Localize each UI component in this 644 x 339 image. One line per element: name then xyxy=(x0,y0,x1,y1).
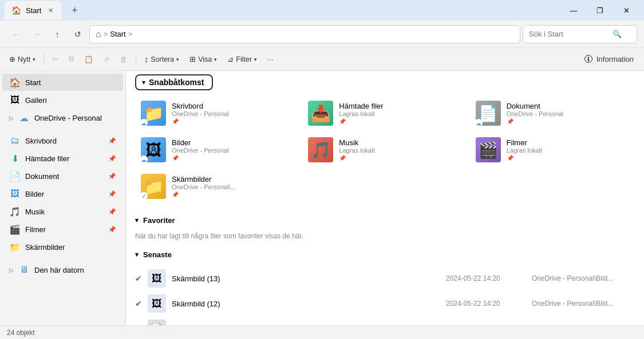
new-tab-button[interactable]: + xyxy=(66,2,82,18)
sidebar-label-galleri: Galleri xyxy=(25,96,47,105)
filter-icon: ⊿ xyxy=(227,55,234,63)
quick-item-dokument[interactable]: 📄 ☁ Dokument OneDrive - Personal 📌 xyxy=(470,96,635,130)
snabbatkomst-chevron-icon: ▾ xyxy=(142,78,145,86)
minimize-button[interactable]: — xyxy=(560,0,587,21)
close-button[interactable]: ✕ xyxy=(613,0,639,21)
sidebar-item-onedrive[interactable]: ▷ ☁ OneDrive - Personal xyxy=(2,109,123,126)
quick-access-grid: 📁 ☁ Skrivbord OneDrive - Personal 📌 📥 Hä… xyxy=(126,94,644,210)
skarmbilder-sub: OneDrive - Personal\... xyxy=(172,184,236,190)
recent-check-0: ✔ xyxy=(135,274,142,283)
hamtade-pin-icon: 📌 xyxy=(108,155,116,162)
musik-info: Musik Lagras lokalt 📌 xyxy=(339,138,374,161)
path-sep-2: > xyxy=(128,30,133,38)
search-box[interactable]: 🔍 xyxy=(523,25,637,43)
more-button[interactable]: ··· xyxy=(263,51,278,68)
skarmbilder-icon-wrap: 📁 ✓ xyxy=(141,174,166,199)
musik-icon-wrap: 🎵 xyxy=(308,137,333,162)
information-button[interactable]: 🛈 Information xyxy=(578,52,639,67)
address-bar: ← → ↑ ↺ ⌂ > Start > 🔍 xyxy=(0,21,644,48)
view-button[interactable]: ⊞ Visa ▾ xyxy=(185,51,222,68)
cut-button[interactable]: ✂ xyxy=(48,51,63,68)
skarmbilder-sync-icon: ✓ xyxy=(140,192,148,200)
hamtade-folder-icon: 📥 xyxy=(308,101,333,126)
up-button[interactable]: ↑ xyxy=(48,25,66,43)
musik-pin-icon: 📌 xyxy=(108,208,116,216)
sidebar-item-den-har-datorn[interactable]: ▷ 🖥 Den här datorn xyxy=(2,261,123,278)
musik-sub: Lagras lokalt xyxy=(339,147,374,154)
galleri-icon: 🖼 xyxy=(9,94,21,106)
forward-button[interactable]: → xyxy=(27,25,46,43)
skrivbord-info: Skrivbord OneDrive - Personal 📌 xyxy=(172,102,229,125)
bilder-icon-wrap: 🖼 ☁ xyxy=(141,137,166,162)
more-icon: ··· xyxy=(267,55,273,63)
sidebar-label-hamtade: Hämtade filer xyxy=(25,154,69,163)
dokument-name: Dokument xyxy=(507,102,564,110)
window-controls: — ❐ ✕ xyxy=(560,0,639,21)
sidebar-item-hamtade[interactable]: ⬇ Hämtade filer 📌 xyxy=(2,150,123,167)
sidebar-item-start[interactable]: 🏠 Start xyxy=(2,74,123,91)
recent-thumb-1: 🖼 xyxy=(148,294,166,313)
dokument-info: Dokument OneDrive - Personal 📌 xyxy=(507,102,564,125)
back-button[interactable]: ← xyxy=(7,25,25,43)
quick-item-bilder[interactable]: 🖼 ☁ Bilder OneDrive - Personal 📌 xyxy=(135,133,300,167)
sidebar-item-bilder[interactable]: 🖼 Bilder 📌 xyxy=(2,185,123,202)
recent-name-0: Skärmbild (13) xyxy=(172,274,440,283)
filmer-folder-icon: 🎬 xyxy=(476,137,501,162)
sidebar-item-galleri[interactable]: 🖼 Galleri xyxy=(2,91,123,109)
sidebar-item-dokument[interactable]: 📄 Dokument 📌 xyxy=(2,167,123,185)
recent-item-1[interactable]: ✔ 🖼 Skärmbild (12) 2024-05-22 14:20 OneD… xyxy=(126,291,644,316)
sort-button[interactable]: ↕ Sortera ▾ xyxy=(140,51,184,68)
quick-item-hamtade[interactable]: 📥 Hämtade filer Lagras lokalt 📌 xyxy=(302,96,467,130)
address-path[interactable]: ⌂ > Start > xyxy=(89,25,520,43)
main-layout: 🏠 Start 🖼 Galleri ▷ ☁ OneDrive - Persona… xyxy=(0,71,644,325)
sidebar-label-skarmbilder: Skärmbilder xyxy=(25,243,65,252)
musik-sidebar-icon: 🎵 xyxy=(9,206,21,217)
sidebar-item-filmer[interactable]: 🎬 Filmer 📌 xyxy=(2,221,123,238)
copy-button[interactable]: ⧉ xyxy=(64,51,78,68)
delete-button[interactable]: 🗑 xyxy=(116,51,132,68)
content-area: ▾ Snabbåtkomst 📁 ☁ Skrivbord OneDrive - … xyxy=(126,71,644,325)
sidebar-item-musik[interactable]: 🎵 Musik 📌 xyxy=(2,203,123,220)
maximize-button[interactable]: ❐ xyxy=(587,0,613,21)
snabbatkomst-header[interactable]: ▾ Snabbåtkomst xyxy=(135,74,213,90)
share-icon: ⇗ xyxy=(104,55,110,63)
onedrive-expand-icon: ▷ xyxy=(9,115,14,121)
sidebar-item-skarmbilder[interactable]: 📁 Skärmbilder xyxy=(2,238,123,256)
quick-item-skrivbord[interactable]: 📁 ☁ Skrivbord OneDrive - Personal 📌 xyxy=(135,96,300,130)
skrivbord-sub: OneDrive - Personal xyxy=(172,110,229,117)
dokument-pin: 📌 xyxy=(507,118,564,125)
recent-date-1: 2024-05-22 14:20 xyxy=(446,300,526,308)
tab-close-button[interactable]: ✕ xyxy=(46,6,55,15)
recent-item-2[interactable]: ✔ 📄 Skärmbild (11) 2024-05-22 14:19 OneD… xyxy=(126,316,644,325)
refresh-button[interactable]: ↺ xyxy=(69,25,87,43)
sidebar-label-bilder: Bilder xyxy=(25,190,44,198)
copy-icon: ⧉ xyxy=(69,55,74,63)
new-button[interactable]: ⊕ Nytt ▾ xyxy=(5,51,40,68)
recent-check-1: ✔ xyxy=(135,299,142,308)
favoriter-header[interactable]: ▾ Favoriter xyxy=(126,210,644,229)
tab-start[interactable]: 🏠 Start ✕ xyxy=(5,1,62,19)
search-input[interactable] xyxy=(529,30,609,38)
sidebar-label-start: Start xyxy=(25,78,41,87)
recent-name-1: Skärmbild (12) xyxy=(172,300,440,308)
bilder-pin: 📌 xyxy=(172,155,229,161)
sidebar-item-skrivbord[interactable]: 🗂 Skrivbord 📌 xyxy=(2,132,123,149)
recent-date-2: 2024-05-22 14:19 xyxy=(446,325,526,325)
paste-button[interactable]: 📋 xyxy=(80,51,98,68)
quick-item-musik[interactable]: 🎵 Musik Lagras lokalt 📌 xyxy=(302,133,467,167)
paste-icon: 📋 xyxy=(84,55,93,63)
senaste-header[interactable]: ▾ Senaste xyxy=(126,245,644,264)
dokument-sub: OneDrive - Personal xyxy=(507,110,564,117)
quick-item-skarmbilder[interactable]: 📁 ✓ Skärmbilder OneDrive - Personal\... … xyxy=(135,169,300,204)
skrivbord-sync-icon: ☁ xyxy=(140,119,148,127)
recent-item-0[interactable]: ✔ 🖼 Skärmbild (13) 2024-05-22 14:20 OneD… xyxy=(126,266,644,291)
recent-path-2: OneDrive - Personal\Bild... xyxy=(532,325,635,325)
quick-item-filmer[interactable]: 🎬 Filmer Lagras lokalt 📌 xyxy=(470,133,635,167)
recent-date-0: 2024-05-22 14:20 xyxy=(446,274,526,282)
skrivbord-name: Skrivbord xyxy=(172,102,229,110)
share-button[interactable]: ⇗ xyxy=(99,51,114,68)
filter-button[interactable]: ⊿ Filter ▾ xyxy=(223,51,262,68)
dokument-icon-wrap: 📄 ☁ xyxy=(476,101,501,126)
title-bar: 🏠 Start ✕ + — ❐ ✕ xyxy=(0,0,644,21)
onedrive-icon: ☁ xyxy=(18,112,30,123)
